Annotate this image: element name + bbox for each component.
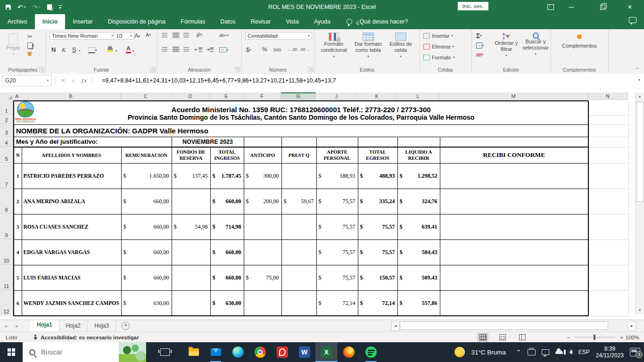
cell-egresos[interactable]: $75,57 — [358, 214, 397, 239]
cell-liquido[interactable]: $584,43 — [397, 239, 440, 265]
zoom-slider[interactable] — [575, 337, 615, 337]
zoom-out-button[interactable]: − — [567, 335, 570, 340]
percent-style-button[interactable]: % — [262, 46, 267, 53]
column-title-9[interactable]: LIQUIDO A RECIBIR — [397, 147, 440, 163]
cell-egresos[interactable]: $335,24 — [358, 189, 397, 214]
cell-prest[interactable] — [281, 214, 316, 239]
ribbon-tab-insertar[interactable]: Insertar — [65, 14, 100, 29]
cell-recibi-conforme[interactable] — [440, 265, 588, 290]
font-color-dropdown[interactable]: ▾ — [132, 49, 134, 53]
cell-liquido[interactable]: $639,41 — [397, 214, 440, 239]
cell-rem[interactable]: $660,00 — [121, 189, 172, 214]
cell-empty[interactable] — [244, 137, 281, 147]
zoom-in-button[interactable]: + — [620, 335, 623, 340]
cell-number[interactable]: 6 — [14, 290, 22, 316]
cell-egresos[interactable]: $150,57 — [358, 265, 397, 290]
firefox-button[interactable] — [338, 342, 360, 362]
chrome-button[interactable] — [249, 342, 271, 362]
name-box[interactable]: G20▾ — [2, 75, 52, 86]
period-value-cell[interactable]: NOVIEMBRE 2023 — [172, 137, 244, 147]
cell-empty[interactable] — [588, 189, 628, 214]
cell-recibi-conforme[interactable] — [440, 163, 588, 189]
search-highlight-image[interactable] — [119, 342, 146, 362]
align-left-button[interactable] — [162, 47, 167, 51]
ribbon-tab-disposicion-de-pagina[interactable]: Disposición de página — [100, 14, 173, 29]
vertical-scroll-thumb[interactable] — [636, 102, 644, 202]
align-center-button[interactable] — [172, 46, 180, 52]
addins-button[interactable]: Complementos — [560, 32, 599, 49]
cell-total[interactable]: $660,00 — [210, 239, 244, 265]
format-as-table-button[interactable]: Dar formato como tabla▾ — [351, 30, 385, 59]
cell-total[interactable]: $714,98 — [210, 214, 244, 239]
cancel-button[interactable]: ✕ — [58, 77, 68, 84]
row-header-11[interactable]: 11 — [0, 264, 13, 290]
cell-total[interactable]: $660,00 — [210, 189, 244, 214]
cell-aporte[interactable]: $75,57 — [316, 189, 358, 214]
cell-total[interactable]: $660,00 — [210, 265, 244, 290]
font-size-combo[interactable]: 10▾ — [114, 32, 134, 40]
cell-name[interactable]: WENDY JAZMIN SANCHEZ CAMPOS — [22, 290, 121, 316]
page-break-view-button[interactable] — [517, 333, 528, 342]
action-center-button[interactable]: 3 — [630, 348, 640, 356]
hscroll-right-arrow[interactable]: ► — [627, 321, 636, 331]
cell-recibi-conforme[interactable] — [440, 189, 588, 214]
cell-prest[interactable]: $59,67 — [281, 189, 316, 214]
cell-rem[interactable]: $660,00 — [121, 265, 172, 290]
close-button[interactable]: ✕ — [619, 0, 640, 14]
cell-name[interactable]: PATRICIO PAREDES PERRAZO — [22, 163, 121, 189]
network-tray-icon[interactable] — [542, 349, 549, 355]
column-title-7[interactable]: APORTE PERSONAL — [316, 147, 358, 163]
cell-number[interactable]: 2 — [14, 189, 22, 214]
file-explorer-button[interactable] — [182, 342, 205, 362]
find-select-button[interactable]: Buscar y seleccionar▾ — [521, 30, 550, 57]
align-top-button[interactable] — [162, 33, 167, 37]
task-view-button[interactable] — [154, 342, 176, 362]
decrease-decimal-button[interactable]: ,00→ — [300, 47, 309, 52]
column-header-E[interactable]: E — [210, 92, 243, 100]
cell-anticipo[interactable] — [244, 290, 281, 316]
cell-fondos[interactable] — [172, 189, 210, 214]
underline-button[interactable]: S — [72, 46, 76, 53]
restore-button[interactable] — [592, 0, 613, 14]
column-header-G[interactable]: G — [281, 92, 316, 100]
row-header-3[interactable]: 3 — [0, 124, 13, 136]
cell-total[interactable]: $1.787,45 — [210, 163, 244, 189]
row-header-12[interactable]: 12 — [0, 290, 13, 315]
align-bottom-button[interactable] — [183, 33, 189, 37]
sheet-tab-hoja2[interactable]: Hoja2 — [59, 320, 88, 331]
row-header-10[interactable]: 10 — [0, 239, 13, 264]
number-format-combo[interactable]: Contabilidad▾ — [245, 32, 312, 40]
sheet-tab-hoja3[interactable]: Hoja3 — [88, 320, 116, 331]
cut-button[interactable]: ✂ — [27, 33, 33, 40]
cell-styles-button[interactable]: Estilos de celda▾ — [386, 30, 415, 59]
period-label-cell[interactable]: Mes y Año del justificativo: — [14, 137, 172, 147]
insert-cells-button[interactable]: Insertar▾ — [423, 33, 453, 39]
cell-recibi-conforme[interactable] — [440, 290, 588, 316]
cell-fondos[interactable] — [172, 265, 210, 290]
mail-button[interactable] — [205, 342, 227, 362]
cell-anticipo[interactable]: $75,00 — [244, 265, 281, 290]
column-title-2[interactable]: REMUNERACION — [121, 147, 172, 163]
horizontal-scrollbar[interactable] — [400, 321, 626, 330]
cell-fondos[interactable] — [172, 290, 210, 316]
bold-button[interactable]: N — [51, 46, 56, 53]
word-button[interactable]: W — [293, 342, 315, 362]
cell-total[interactable]: $630,00 — [210, 290, 244, 316]
spotify-button[interactable] — [360, 342, 382, 362]
row-header-7[interactable]: 7 — [0, 163, 13, 188]
comments-icon[interactable] — [629, 17, 636, 23]
underline-dropdown[interactable]: ▾ — [79, 49, 81, 53]
taskbar-search[interactable] — [23, 342, 146, 362]
comma-style-button[interactable]: 000 — [273, 47, 281, 52]
italic-button[interactable]: K — [62, 46, 66, 54]
cell-empty[interactable] — [588, 290, 628, 316]
ribbon-tab-formulas[interactable]: Fórmulas — [173, 14, 213, 29]
column-title-10[interactable]: RECIBI CONFORME — [440, 147, 588, 163]
cell-recibi-conforme[interactable] — [440, 239, 588, 265]
cell-empty[interactable] — [588, 137, 628, 147]
onedrive-tray-icon[interactable] — [555, 350, 563, 354]
ribbon-display-options-button[interactable] — [540, 0, 561, 14]
cell-empty[interactable] — [588, 101, 628, 115]
weather-widget[interactable]: 31°C Bruma — [471, 349, 506, 356]
column-header-C[interactable]: C — [121, 92, 171, 100]
